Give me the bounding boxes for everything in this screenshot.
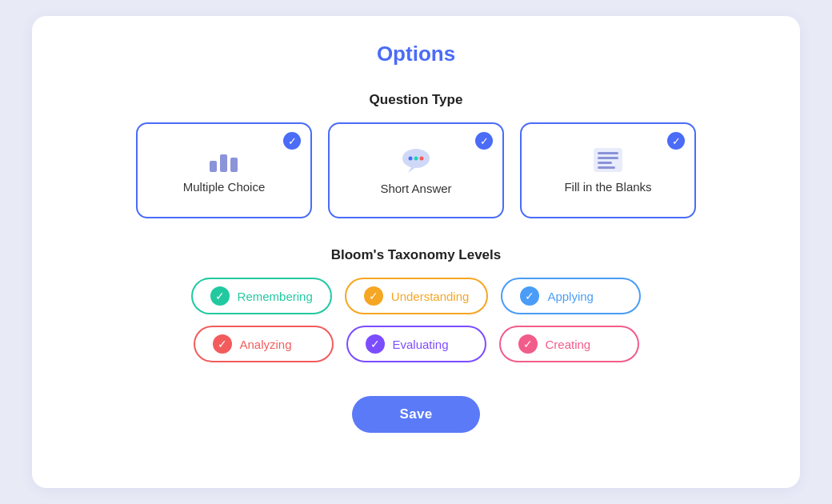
evaluating-label: Evaluating [393, 338, 449, 351]
fill-blanks-card[interactable]: ✓ Fill in the Blanks [520, 122, 696, 218]
analyzing-pill[interactable]: ✓ Analyzing [194, 326, 334, 362]
svg-point-2 [414, 156, 418, 160]
multiple-choice-label: Multiple Choice [183, 180, 266, 194]
analyzing-label: Analyzing [240, 338, 292, 351]
fill-blanks-icon [594, 148, 622, 172]
svg-point-1 [409, 156, 413, 160]
short-answer-card[interactable]: ✓ Short Answer [328, 122, 504, 218]
question-type-row: ✓ Multiple Choice ✓ Short Answer ✓ [136, 122, 696, 218]
svg-rect-6 [598, 152, 618, 154]
bar-chart-icon [210, 148, 238, 172]
multiple-choice-card[interactable]: ✓ Multiple Choice [136, 122, 312, 218]
svg-rect-7 [598, 157, 618, 159]
options-card: Options Question Type ✓ Multiple Choice … [32, 16, 800, 488]
fill-blanks-label: Fill in the Blanks [564, 180, 651, 194]
evaluating-pill[interactable]: ✓ Evaluating [346, 326, 486, 362]
analyzing-check-icon: ✓ [213, 334, 232, 354]
evaluating-check-icon: ✓ [366, 334, 385, 354]
remembering-pill[interactable]: ✓ Remembering [191, 278, 332, 314]
page-title: Options [377, 42, 455, 66]
applying-label: Applying [547, 290, 594, 303]
applying-check-icon: ✓ [520, 286, 539, 306]
understanding-check-icon: ✓ [364, 286, 383, 306]
taxonomy-section-title: Bloom's Taxonomy Levels [331, 247, 502, 263]
applying-pill[interactable]: ✓ Applying [501, 278, 641, 314]
creating-check-icon: ✓ [518, 334, 538, 354]
remembering-label: Remembering [238, 290, 313, 303]
save-button[interactable]: Save [352, 396, 481, 433]
multiple-choice-check-icon: ✓ [283, 132, 301, 150]
chat-icon [400, 146, 432, 174]
creating-label: Creating [546, 338, 591, 351]
understanding-label: Understanding [391, 290, 470, 303]
svg-marker-4 [408, 167, 416, 173]
svg-point-3 [420, 156, 424, 160]
short-answer-check-icon: ✓ [475, 132, 493, 150]
short-answer-label: Short Answer [380, 182, 451, 195]
svg-rect-9 [598, 166, 615, 169]
taxonomy-row-1: ✓ Remembering ✓ Understanding ✓ Applying [191, 278, 642, 314]
svg-rect-8 [598, 162, 612, 164]
remembering-check-icon: ✓ [210, 286, 230, 306]
taxonomy-row-2: ✓ Analyzing ✓ Evaluating ✓ Creating [194, 326, 639, 362]
creating-pill[interactable]: ✓ Creating [499, 326, 639, 362]
fill-blanks-check-icon: ✓ [667, 132, 685, 150]
understanding-pill[interactable]: ✓ Understanding [345, 278, 489, 314]
question-type-section-title: Question Type [370, 92, 463, 108]
